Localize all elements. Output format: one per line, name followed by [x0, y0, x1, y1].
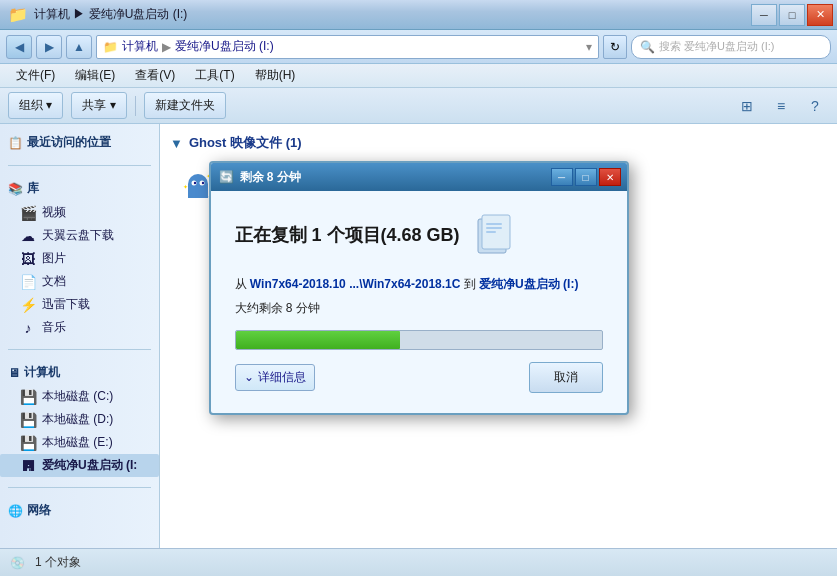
sidebar-item-pictures[interactable]: 🖼 图片 — [0, 247, 159, 270]
status-bar: 💿 1 个对象 — [0, 548, 837, 576]
search-box[interactable]: 🔍 搜索 爱纯净U盘启动 (I:) — [631, 35, 831, 59]
address-path[interactable]: 📁 计算机 ▶ 爱纯净U盘启动 (I:) ▾ — [96, 35, 599, 59]
title-bar-buttons: ─ □ ✕ — [751, 4, 833, 26]
drive-d-icon: 💾 — [20, 412, 36, 428]
drive-c-label: 本地磁盘 (C:) — [42, 388, 113, 405]
thunder-label: 迅雷下载 — [42, 296, 90, 313]
computer-label: 计算机 — [24, 364, 60, 381]
dialog-header: 正在复制 1 个项目(4.68 GB) — [235, 211, 603, 259]
sidebar-item-drive-e[interactable]: 💾 本地磁盘 (E:) — [0, 431, 159, 454]
back-button[interactable]: ◀ — [6, 35, 32, 59]
sidebar-item-drive-c[interactable]: 💾 本地磁盘 (C:) — [0, 385, 159, 408]
toolbar-right: ⊞ ≡ ? — [733, 92, 829, 120]
toolbar: 组织 ▾ 共享 ▾ 新建文件夹 ⊞ ≡ ? — [0, 88, 837, 124]
status-count: 1 个对象 — [35, 554, 81, 571]
usb-icon: 🖪 — [20, 458, 36, 474]
menu-view[interactable]: 查看(V) — [127, 65, 183, 86]
from-label: 从 — [235, 277, 250, 291]
video-label: 视频 — [42, 204, 66, 221]
sidebar-section-computer: 🖥 计算机 💾 本地磁盘 (C:) 💾 本地磁盘 (D:) 💾 本地磁盘 (E:… — [0, 354, 159, 483]
sep2 — [8, 349, 151, 350]
documents-label: 文档 — [42, 273, 66, 290]
refresh-button[interactable]: ↻ — [603, 35, 627, 59]
up-button[interactable]: ▲ — [66, 35, 92, 59]
dialog-body: 正在复制 1 个项目(4.68 GB) 从 Win7x64-2018.10 ..… — [211, 191, 627, 412]
menu-help[interactable]: 帮助(H) — [247, 65, 304, 86]
recent-icon: 📋 — [8, 136, 23, 150]
sidebar-header-recent: 📋 最近访问的位置 — [0, 130, 159, 155]
sidebar-item-drive-d[interactable]: 💾 本地磁盘 (D:) — [0, 408, 159, 431]
dialog-footer: ⌄ 详细信息 取消 — [235, 362, 603, 393]
address-bar: ◀ ▶ ▲ 📁 计算机 ▶ 爱纯净U盘启动 (I:) ▾ ↻ 🔍 搜索 爱纯净U… — [0, 30, 837, 64]
sep1 — [8, 165, 151, 166]
path-computer: 计算机 — [122, 38, 158, 55]
documents-icon: 📄 — [20, 274, 36, 290]
recent-label: 最近访问的位置 — [27, 134, 111, 151]
menu-edit[interactable]: 编辑(E) — [67, 65, 123, 86]
dialog-close-button[interactable]: ✕ — [599, 168, 621, 186]
pictures-icon: 🖼 — [20, 251, 36, 267]
dialog-title-buttons: ─ □ ✕ — [551, 168, 621, 186]
dialog-title-bar: 🔄 剩余 8 分钟 ─ □ ✕ — [211, 163, 627, 191]
title-bar: 📁 计算机 ▶ 爱纯净U盘启动 (I:) ─ □ ✕ — [0, 0, 837, 30]
view-mode-button[interactable]: ⊞ — [733, 92, 761, 120]
svg-rect-1 — [188, 184, 208, 198]
path-dropdown[interactable]: ▾ — [586, 40, 592, 54]
forward-button[interactable]: ▶ — [36, 35, 62, 59]
drive-c-icon: 💾 — [20, 389, 36, 405]
svg-rect-12 — [486, 231, 496, 233]
network-label: 网络 — [27, 502, 51, 519]
time-remaining: 大约剩余 8 分钟 — [235, 299, 603, 318]
library-icon: 📚 — [8, 182, 23, 196]
organize-button[interactable]: 组织 ▾ — [8, 92, 63, 119]
dialog-minimize-button[interactable]: ─ — [551, 168, 573, 186]
sidebar-item-music[interactable]: ♪ 音乐 — [0, 316, 159, 339]
minimize-button[interactable]: ─ — [751, 4, 777, 26]
details-toggle-button[interactable]: ⌄ 详细信息 — [235, 364, 315, 391]
drive-e-icon: 💾 — [20, 435, 36, 451]
sidebar-header-library: 📚 库 — [0, 176, 159, 201]
sidebar-header-computer: 🖥 计算机 — [0, 360, 159, 385]
file-copy-icon-svg — [474, 213, 518, 257]
help-button[interactable]: ? — [801, 92, 829, 120]
sidebar-item-documents[interactable]: 📄 文档 — [0, 270, 159, 293]
dialog-maximize-button[interactable]: □ — [575, 168, 597, 186]
folder-group-label: Ghost 映像文件 (1) — [189, 134, 302, 152]
video-icon: 🎬 — [20, 205, 36, 221]
cancel-button[interactable]: 取消 — [529, 362, 603, 393]
pictures-label: 图片 — [42, 250, 66, 267]
details-view-button[interactable]: ≡ — [767, 92, 795, 120]
music-label: 音乐 — [42, 319, 66, 336]
sidebar-item-usb[interactable]: 🖪 爱纯净U盘启动 (I: — [0, 454, 159, 477]
window-icon: 📁 — [8, 5, 28, 24]
sidebar-section-library: 📚 库 🎬 视频 ☁ 天翼云盘下载 🖼 图片 📄 文档 ⚡ 迅雷下载 — [0, 170, 159, 345]
sidebar-item-thunder[interactable]: ⚡ 迅雷下载 — [0, 293, 159, 316]
search-placeholder: 搜索 爱纯净U盘启动 (I:) — [659, 39, 775, 54]
sidebar-item-video[interactable]: 🎬 视频 — [0, 201, 159, 224]
dialog-title-text: 剩余 8 分钟 — [240, 169, 301, 186]
sidebar-item-cloud[interactable]: ☁ 天翼云盘下载 — [0, 224, 159, 247]
dialog-file-icon — [472, 211, 520, 259]
new-folder-button[interactable]: 新建文件夹 — [144, 92, 226, 119]
status-drive-icon: 💿 — [10, 556, 25, 570]
menu-tools[interactable]: 工具(T) — [187, 65, 242, 86]
maximize-button[interactable]: □ — [779, 4, 805, 26]
dialog-from-to: 从 Win7x64-2018.10 ...\Win7x64-2018.1C 到 … — [235, 275, 603, 294]
computer-icon: 🖥 — [8, 366, 20, 380]
svg-rect-11 — [486, 227, 502, 229]
toolbar-divider — [135, 96, 136, 116]
menu-file[interactable]: 文件(F) — [8, 65, 63, 86]
folder-collapse-icon[interactable]: ▼ — [170, 136, 183, 151]
svg-text:✦: ✦ — [183, 184, 188, 190]
path-sep1: ▶ — [162, 40, 171, 54]
music-icon: ♪ — [20, 320, 36, 336]
drive-e-label: 本地磁盘 (E:) — [42, 434, 113, 451]
close-button[interactable]: ✕ — [807, 4, 833, 26]
share-button[interactable]: 共享 ▾ — [71, 92, 126, 119]
svg-rect-10 — [486, 223, 502, 225]
sidebar: 📋 最近访问的位置 📚 库 🎬 视频 ☁ 天翼云盘下载 🖼 图片 — [0, 124, 160, 548]
dialog-title-icon: 🔄 — [219, 170, 234, 184]
to-label: 到 — [464, 277, 479, 291]
search-icon: 🔍 — [640, 40, 655, 54]
cloud-label: 天翼云盘下载 — [42, 227, 114, 244]
